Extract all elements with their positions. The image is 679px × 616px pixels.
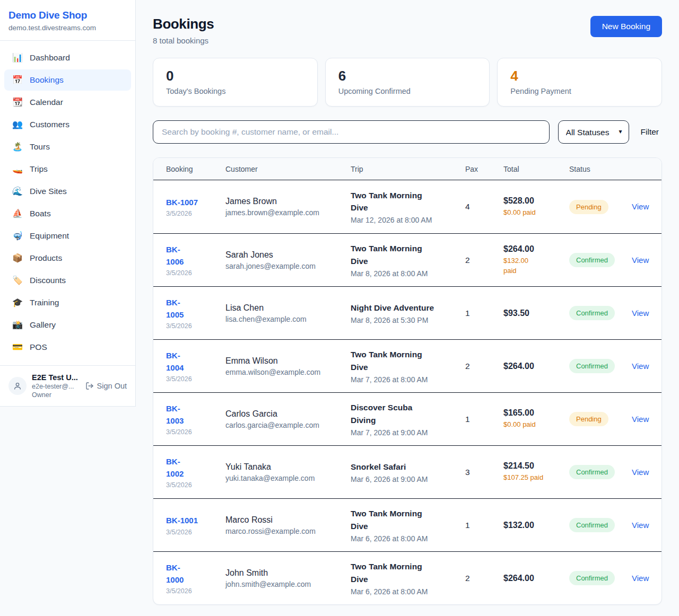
customer-name: Emma Wilson [225,356,345,366]
sidebar-item-bookings[interactable]: 📅 Bookings [4,69,131,91]
view-link[interactable]: View [632,362,649,371]
status-badge: Pending [569,200,608,214]
customer-name: Sarah Jones [225,250,345,260]
sidebar-item-calendar[interactable]: 📆 Calendar [4,92,131,113]
view-link[interactable]: View [632,521,649,530]
paid-amount: $0.00 paid [503,208,569,218]
customer-cell: James Brown james.brown@example.com [225,197,351,217]
sidebar-item-discounts[interactable]: 🏷️ Discounts [4,270,131,291]
view-cell: View [632,574,649,583]
pax-cell: 2 [465,256,503,265]
total-amount: $93.50 [503,309,569,318]
customer-email: james.brown@example.com [225,208,345,217]
view-cell: View [632,256,649,265]
total-amount: $165.00 [503,408,569,418]
customer-cell: John Smith john.smith@example.com [225,568,351,588]
view-cell: View [632,309,649,318]
pax-value: 2 [465,362,470,371]
search-input[interactable] [153,120,550,144]
booking-date: 3/5/2026 [166,587,225,595]
pax-value: 3 [465,468,470,477]
trip-cell: Two Tank Morning Dive Mar 6, 2026 at 8:0… [351,560,465,596]
total-cell: $264.00 $132.00 paid [503,244,569,276]
total-amount: $264.00 [503,362,569,371]
trip-name: Two Tank Morning Dive [351,242,460,267]
trip-name: Two Tank Morning Dive [351,560,460,585]
column-header-total: Total [503,165,569,173]
sidebar-item-products[interactable]: 📦 Products [4,248,131,269]
sidebar-item-pos[interactable]: 💳 POS [4,337,131,358]
filter-button[interactable]: Filter [638,127,662,137]
total-cell: $165.00 $0.00 paid [503,408,569,430]
user-email: e2e-tester@... [32,383,80,390]
pax-cell: 1 [465,415,503,424]
sidebar-item-equipment[interactable]: 🤿 Equipment [4,225,131,247]
customer-cell: Marco Rossi marco.rossi@example.com [225,515,351,535]
sign-out-button[interactable]: Sign Out [85,382,127,390]
sidebar-item-tours[interactable]: 🏝️ Tours [4,136,131,157]
customer-cell: Carlos Garcia carlos.garcia@example.com [225,409,351,429]
booking-link[interactable]: BK- 1002 [166,455,184,480]
status-filter[interactable]: All Statuses [558,120,629,144]
sidebar-item-trips[interactable]: 🚤 Trips [4,159,131,180]
stat-label: Upcoming Confirmed [338,87,477,95]
status-cell: Confirmed [569,306,632,320]
page-header: Bookings 8 total bookings New Booking [153,16,662,45]
booking-link[interactable]: BK-1007 [166,196,198,208]
booking-link[interactable]: BK- 1003 [166,402,184,427]
pax-cell: 4 [465,202,503,212]
pax-cell: 3 [465,468,503,477]
total-cell: $528.00 $0.00 paid [503,196,569,218]
user-role: Owner [32,391,80,399]
customer-email: lisa.chen@example.com [225,315,345,323]
calendar-icon: 📆 [12,98,23,107]
booking-cell: BK- 1005 3/5/2026 [166,296,225,330]
booking-cell: BK- 1006 3/5/2026 [166,243,225,277]
view-cell: View [632,202,649,212]
booking-link[interactable]: BK- 1000 [166,561,184,586]
view-link[interactable]: View [632,468,649,477]
sidebar-item-training[interactable]: 🎓 Training [4,292,131,313]
brand-name: Demo Dive Shop [8,10,127,21]
status-badge: Confirmed [569,359,615,373]
view-link[interactable]: View [632,202,649,211]
sidebar-nav: 📊 Dashboard 📅 Bookings 📆 Calendar 👥 Cust… [0,41,135,365]
view-link[interactable]: View [632,574,649,583]
booking-cell: BK- 1002 3/5/2026 [166,455,225,489]
booking-link[interactable]: BK-1001 [166,514,198,526]
sidebar-item-boats[interactable]: ⛵ Boats [4,203,131,224]
booking-link[interactable]: BK- 1004 [166,349,184,374]
pax-cell: 2 [465,574,503,583]
trip-name: Night Dive Adventure [351,302,460,314]
booking-date: 3/5/2026 [166,529,225,536]
sidebar-item-gallery[interactable]: 📸 Gallery [4,314,131,336]
view-link[interactable]: View [632,309,649,318]
total-cell: $93.50 [503,309,569,318]
total-amount: $132.00 [503,521,569,530]
pax-cell: 2 [465,362,503,371]
customers-icon: 👥 [12,120,23,129]
column-header-trip: Trip [351,165,465,173]
customer-cell: Emma Wilson emma.wilson@example.com [225,356,351,376]
new-booking-button[interactable]: New Booking [590,16,662,37]
page-title: Bookings [153,16,214,32]
trip-cell: Two Tank Morning Dive Mar 8, 2026 at 8:0… [351,242,465,278]
pax-value: 4 [465,202,470,211]
column-header-status: Status [569,165,632,173]
sidebar-item-dive-sites[interactable]: 🌊 Dive Sites [4,181,131,202]
view-cell: View [632,521,649,530]
status-filter-wrap: All Statuses ▾ [558,120,629,144]
booking-cell: BK- 1004 3/5/2026 [166,349,225,383]
sidebar-item-dashboard[interactable]: 📊 Dashboard [4,47,131,68]
view-link[interactable]: View [632,256,649,265]
booking-link[interactable]: BK- 1005 [166,296,184,321]
equipment-icon: 🤿 [12,232,23,240]
booking-link[interactable]: BK- 1006 [166,243,184,268]
booking-date: 3/5/2026 [166,269,225,277]
total-amount: $528.00 [503,196,569,206]
view-link[interactable]: View [632,415,649,424]
user-block: E2E Test U... e2e-tester@... Owner Sign … [0,365,135,406]
sidebar: Demo Dive Shop demo.test.divestreams.com… [0,0,136,407]
pax-value: 2 [465,256,470,265]
sidebar-item-customers[interactable]: 👥 Customers [4,114,131,135]
